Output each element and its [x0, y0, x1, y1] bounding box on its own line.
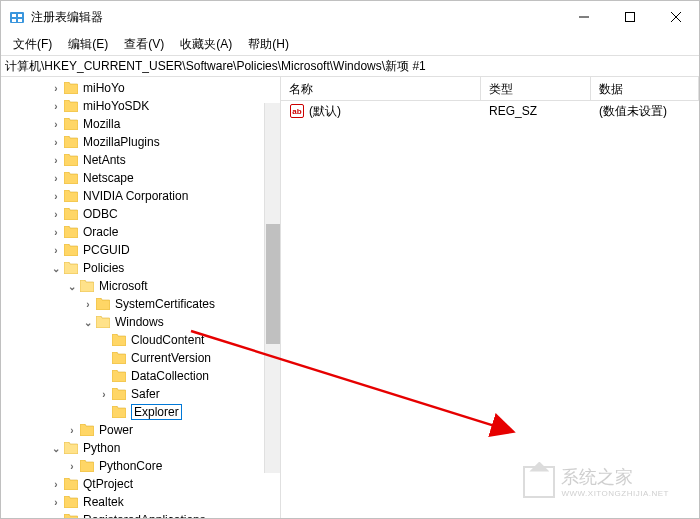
menubar: 文件(F) 编辑(E) 查看(V) 收藏夹(A) 帮助(H): [1, 33, 699, 55]
chevron-icon[interactable]: [49, 155, 63, 166]
header-data[interactable]: 数据: [591, 77, 699, 100]
list-row[interactable]: ab(默认)REG_SZ(数值未设置): [281, 101, 699, 121]
tree-pane[interactable]: miHoYomiHoYoSDKMozillaMozillaPluginsNetA…: [1, 77, 281, 518]
tree-item-netscape[interactable]: Netscape: [1, 169, 280, 187]
tree-item-mozilla[interactable]: Mozilla: [1, 115, 280, 133]
folder-icon: [63, 117, 79, 131]
list-header: 名称 类型 数据: [281, 77, 699, 101]
tree-item-label: NetAnts: [83, 153, 126, 167]
menu-favorites[interactable]: 收藏夹(A): [172, 34, 240, 55]
tree-item-currentversion[interactable]: CurrentVersion: [1, 349, 280, 367]
chevron-icon[interactable]: [81, 317, 95, 328]
menu-file[interactable]: 文件(F): [5, 34, 60, 55]
folder-icon: [63, 477, 79, 491]
tree-item-label: CloudContent: [131, 333, 204, 347]
cell-data: (数值未设置): [591, 102, 699, 121]
chevron-icon[interactable]: [49, 497, 63, 508]
tree-item-pcguid[interactable]: PCGUID: [1, 241, 280, 259]
cell-name: ab(默认): [281, 102, 481, 121]
chevron-icon[interactable]: [49, 245, 63, 256]
folder-icon: [63, 135, 79, 149]
tree-scrollbar[interactable]: [264, 103, 280, 473]
tree-item-microsoft[interactable]: Microsoft: [1, 277, 280, 295]
tree-item-label: Microsoft: [99, 279, 148, 293]
tree-item-safer[interactable]: Safer: [1, 385, 280, 403]
chevron-icon[interactable]: [65, 461, 79, 472]
content-area: miHoYomiHoYoSDKMozillaMozillaPluginsNetA…: [1, 77, 699, 518]
folder-icon: [95, 297, 111, 311]
chevron-icon[interactable]: [65, 281, 79, 292]
tree-item-python[interactable]: Python: [1, 439, 280, 457]
tree-item-nvidia-corporation[interactable]: NVIDIA Corporation: [1, 187, 280, 205]
chevron-icon[interactable]: [49, 263, 63, 274]
tree-item-oracle[interactable]: Oracle: [1, 223, 280, 241]
tree-item-label: Realtek: [83, 495, 124, 509]
chevron-icon[interactable]: [49, 119, 63, 130]
tree-item-label: Explorer: [131, 404, 182, 420]
chevron-icon[interactable]: [49, 137, 63, 148]
folder-icon: [79, 423, 95, 437]
tree-item-pythoncore[interactable]: PythonCore: [1, 457, 280, 475]
menu-view[interactable]: 查看(V): [116, 34, 172, 55]
tree-item-mihoyo[interactable]: miHoYo: [1, 79, 280, 97]
tree-item-qtproject[interactable]: QtProject: [1, 475, 280, 493]
window-controls: [561, 1, 699, 33]
chevron-icon[interactable]: [49, 209, 63, 220]
tree-item-odbc[interactable]: ODBC: [1, 205, 280, 223]
cell-type: REG_SZ: [481, 103, 591, 119]
chevron-icon[interactable]: [97, 389, 111, 400]
chevron-icon[interactable]: [49, 173, 63, 184]
tree-item-registeredapplications[interactable]: RegisteredApplications: [1, 511, 280, 518]
tree-item-label: PythonCore: [99, 459, 162, 473]
chevron-icon[interactable]: [49, 479, 63, 490]
close-button[interactable]: [653, 1, 699, 33]
tree-item-label: Netscape: [83, 171, 134, 185]
folder-icon: [111, 369, 127, 383]
tree-item-explorer[interactable]: Explorer: [1, 403, 280, 421]
tree-item-datacollection[interactable]: DataCollection: [1, 367, 280, 385]
tree-item-label: Mozilla: [83, 117, 120, 131]
tree-item-power[interactable]: Power: [1, 421, 280, 439]
folder-icon: [111, 405, 127, 419]
tree-item-label: Python: [83, 441, 120, 455]
tree-item-cloudcontent[interactable]: CloudContent: [1, 331, 280, 349]
folder-icon: [79, 279, 95, 293]
list-body[interactable]: ab(默认)REG_SZ(数值未设置): [281, 101, 699, 518]
tree-item-label: MozillaPlugins: [83, 135, 160, 149]
tree-item-systemcertificates[interactable]: SystemCertificates: [1, 295, 280, 313]
tree-item-label: miHoYo: [83, 81, 125, 95]
menu-help[interactable]: 帮助(H): [240, 34, 297, 55]
chevron-icon[interactable]: [49, 83, 63, 94]
tree-item-policies[interactable]: Policies: [1, 259, 280, 277]
chevron-icon[interactable]: [49, 101, 63, 112]
tree-item-label: QtProject: [83, 477, 133, 491]
header-name[interactable]: 名称: [281, 77, 481, 100]
folder-icon: [63, 189, 79, 203]
folder-icon: [79, 459, 95, 473]
maximize-button[interactable]: [607, 1, 653, 33]
tree-item-label: CurrentVersion: [131, 351, 211, 365]
header-type[interactable]: 类型: [481, 77, 591, 100]
tree-item-windows[interactable]: Windows: [1, 313, 280, 331]
menu-edit[interactable]: 编辑(E): [60, 34, 116, 55]
chevron-icon[interactable]: [81, 299, 95, 310]
chevron-icon[interactable]: [49, 191, 63, 202]
minimize-button[interactable]: [561, 1, 607, 33]
tree-item-mihoyosdk[interactable]: miHoYoSDK: [1, 97, 280, 115]
svg-rect-4: [18, 19, 22, 22]
titlebar: 注册表编辑器: [1, 1, 699, 33]
tree-item-mozillaplugins[interactable]: MozillaPlugins: [1, 133, 280, 151]
tree-item-label: Oracle: [83, 225, 118, 239]
tree-item-realtek[interactable]: Realtek: [1, 493, 280, 511]
chevron-icon[interactable]: [49, 443, 63, 454]
tree-item-netants[interactable]: NetAnts: [1, 151, 280, 169]
addressbar[interactable]: 计算机\HKEY_CURRENT_USER\Software\Policies\…: [1, 55, 699, 77]
folder-icon: [63, 153, 79, 167]
folder-icon: [63, 441, 79, 455]
window-title: 注册表编辑器: [31, 9, 561, 26]
chevron-icon[interactable]: [49, 227, 63, 238]
folder-icon: [63, 99, 79, 113]
chevron-icon[interactable]: [65, 425, 79, 436]
tree-item-label: RegisteredApplications: [83, 513, 206, 518]
scroll-thumb[interactable]: [266, 224, 280, 344]
